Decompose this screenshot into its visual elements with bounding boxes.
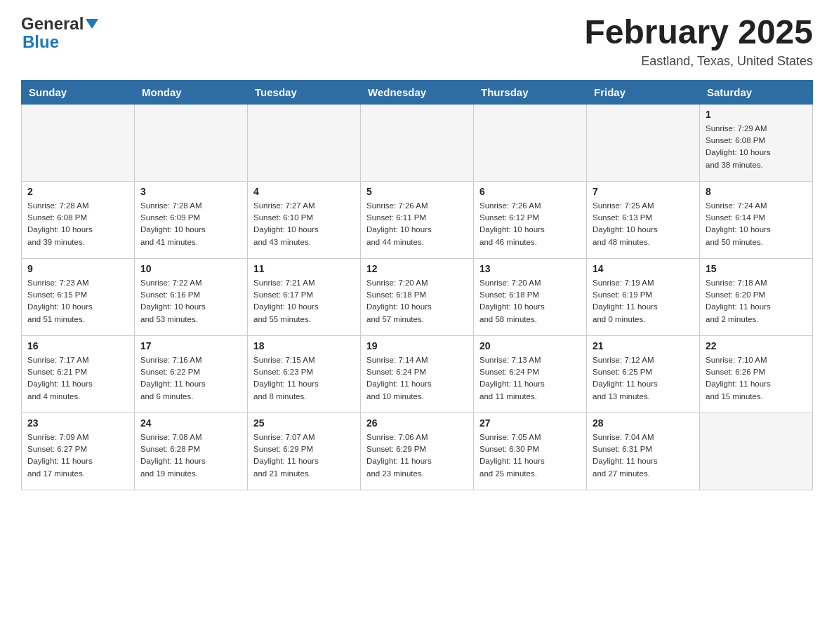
day-number: 26 <box>366 417 468 429</box>
day-info: Sunrise: 7:29 AM Sunset: 6:08 PM Dayligh… <box>706 123 807 171</box>
day-number: 8 <box>706 186 807 197</box>
calendar-cell <box>22 104 135 181</box>
day-number: 27 <box>479 417 581 429</box>
calendar-week-row: 9Sunrise: 7:23 AM Sunset: 6:15 PM Daylig… <box>22 258 813 335</box>
day-info: Sunrise: 7:21 AM Sunset: 6:17 PM Dayligh… <box>253 277 355 326</box>
calendar-cell: 6Sunrise: 7:26 AM Sunset: 6:12 PM Daylig… <box>474 181 587 258</box>
weekday-header-saturday: Saturday <box>700 80 813 104</box>
day-number: 6 <box>479 186 581 197</box>
calendar-cell: 2Sunrise: 7:28 AM Sunset: 6:08 PM Daylig… <box>22 181 135 258</box>
day-number: 28 <box>593 417 694 429</box>
calendar-cell <box>248 104 361 181</box>
day-info: Sunrise: 7:04 AM Sunset: 6:31 PM Dayligh… <box>593 431 694 480</box>
calendar-cell: 18Sunrise: 7:15 AM Sunset: 6:23 PM Dayli… <box>248 335 361 412</box>
calendar-cell: 8Sunrise: 7:24 AM Sunset: 6:14 PM Daylig… <box>700 181 813 258</box>
weekday-header-monday: Monday <box>135 80 248 104</box>
day-number: 12 <box>366 263 468 274</box>
calendar-cell: 20Sunrise: 7:13 AM Sunset: 6:24 PM Dayli… <box>474 335 587 412</box>
day-number: 4 <box>253 186 355 197</box>
day-info: Sunrise: 7:13 AM Sunset: 6:24 PM Dayligh… <box>479 354 581 403</box>
day-number: 16 <box>27 340 128 351</box>
day-info: Sunrise: 7:10 AM Sunset: 6:26 PM Dayligh… <box>706 354 807 403</box>
weekday-header-friday: Friday <box>587 80 700 104</box>
weekday-header-wednesday: Wednesday <box>361 80 474 104</box>
day-number: 19 <box>366 340 468 351</box>
day-number: 14 <box>593 263 694 274</box>
logo-general-text: General <box>21 14 84 34</box>
day-info: Sunrise: 7:09 AM Sunset: 6:27 PM Dayligh… <box>27 431 128 480</box>
day-info: Sunrise: 7:07 AM Sunset: 6:29 PM Dayligh… <box>253 431 355 480</box>
day-number: 21 <box>593 340 694 351</box>
calendar-cell <box>700 412 813 490</box>
day-number: 10 <box>140 263 241 274</box>
day-info: Sunrise: 7:22 AM Sunset: 6:16 PM Dayligh… <box>140 277 241 326</box>
day-number: 22 <box>706 340 807 351</box>
day-info: Sunrise: 7:23 AM Sunset: 6:15 PM Dayligh… <box>27 277 128 326</box>
calendar-cell: 22Sunrise: 7:10 AM Sunset: 6:26 PM Dayli… <box>700 335 813 412</box>
day-info: Sunrise: 7:19 AM Sunset: 6:19 PM Dayligh… <box>593 277 694 326</box>
day-info: Sunrise: 7:05 AM Sunset: 6:30 PM Dayligh… <box>479 431 581 480</box>
calendar-cell: 24Sunrise: 7:08 AM Sunset: 6:28 PM Dayli… <box>135 412 248 490</box>
day-number: 1 <box>706 109 807 120</box>
calendar-cell: 15Sunrise: 7:18 AM Sunset: 6:20 PM Dayli… <box>700 258 813 335</box>
calendar-week-row: 16Sunrise: 7:17 AM Sunset: 6:21 PM Dayli… <box>22 335 813 412</box>
calendar-cell: 3Sunrise: 7:28 AM Sunset: 6:09 PM Daylig… <box>135 181 248 258</box>
logo-arrow-icon <box>86 19 98 29</box>
calendar-cell: 28Sunrise: 7:04 AM Sunset: 6:31 PM Dayli… <box>587 412 700 490</box>
calendar-cell <box>587 104 700 181</box>
calendar-cell <box>361 104 474 181</box>
day-info: Sunrise: 7:15 AM Sunset: 6:23 PM Dayligh… <box>253 354 355 403</box>
calendar-cell: 21Sunrise: 7:12 AM Sunset: 6:25 PM Dayli… <box>587 335 700 412</box>
day-info: Sunrise: 7:20 AM Sunset: 6:18 PM Dayligh… <box>366 277 468 326</box>
calendar-cell: 25Sunrise: 7:07 AM Sunset: 6:29 PM Dayli… <box>248 412 361 490</box>
day-info: Sunrise: 7:16 AM Sunset: 6:22 PM Dayligh… <box>140 354 241 403</box>
calendar-cell: 11Sunrise: 7:21 AM Sunset: 6:17 PM Dayli… <box>248 258 361 335</box>
calendar-cell <box>474 104 587 181</box>
calendar-cell: 7Sunrise: 7:25 AM Sunset: 6:13 PM Daylig… <box>587 181 700 258</box>
day-info: Sunrise: 7:06 AM Sunset: 6:29 PM Dayligh… <box>366 431 468 480</box>
calendar-cell: 13Sunrise: 7:20 AM Sunset: 6:18 PM Dayli… <box>474 258 587 335</box>
weekday-header-sunday: Sunday <box>22 80 135 104</box>
weekday-header-thursday: Thursday <box>474 80 587 104</box>
day-number: 20 <box>479 340 581 351</box>
month-title: February 2025 <box>584 14 813 51</box>
calendar-cell: 23Sunrise: 7:09 AM Sunset: 6:27 PM Dayli… <box>22 412 135 490</box>
day-info: Sunrise: 7:25 AM Sunset: 6:13 PM Dayligh… <box>593 200 694 248</box>
logo-line1: General <box>21 14 98 34</box>
calendar-cell: 10Sunrise: 7:22 AM Sunset: 6:16 PM Dayli… <box>135 258 248 335</box>
day-info: Sunrise: 7:26 AM Sunset: 6:11 PM Dayligh… <box>366 200 468 248</box>
weekday-header-row: SundayMondayTuesdayWednesdayThursdayFrid… <box>22 80 813 104</box>
day-number: 3 <box>140 186 241 197</box>
day-number: 13 <box>479 263 581 274</box>
day-info: Sunrise: 7:17 AM Sunset: 6:21 PM Dayligh… <box>27 354 128 403</box>
calendar-cell: 4Sunrise: 7:27 AM Sunset: 6:10 PM Daylig… <box>248 181 361 258</box>
logo: General Blue <box>21 14 98 52</box>
calendar-cell: 27Sunrise: 7:05 AM Sunset: 6:30 PM Dayli… <box>474 412 587 490</box>
day-number: 18 <box>253 340 355 351</box>
page-header: General Blue February 2025 Eastland, Tex… <box>21 14 813 69</box>
day-number: 15 <box>706 263 807 274</box>
calendar-cell: 19Sunrise: 7:14 AM Sunset: 6:24 PM Dayli… <box>361 335 474 412</box>
weekday-header-tuesday: Tuesday <box>248 80 361 104</box>
calendar-cell: 17Sunrise: 7:16 AM Sunset: 6:22 PM Dayli… <box>135 335 248 412</box>
calendar-cell: 1Sunrise: 7:29 AM Sunset: 6:08 PM Daylig… <box>700 104 813 181</box>
calendar-cell: 26Sunrise: 7:06 AM Sunset: 6:29 PM Dayli… <box>361 412 474 490</box>
day-info: Sunrise: 7:26 AM Sunset: 6:12 PM Dayligh… <box>479 200 581 248</box>
day-number: 9 <box>27 263 128 274</box>
day-info: Sunrise: 7:28 AM Sunset: 6:09 PM Dayligh… <box>140 200 241 248</box>
calendar-cell: 9Sunrise: 7:23 AM Sunset: 6:15 PM Daylig… <box>22 258 135 335</box>
title-block: February 2025 Eastland, Texas, United St… <box>584 14 813 69</box>
calendar-cell <box>135 104 248 181</box>
calendar-cell: 14Sunrise: 7:19 AM Sunset: 6:19 PM Dayli… <box>587 258 700 335</box>
day-info: Sunrise: 7:08 AM Sunset: 6:28 PM Dayligh… <box>140 431 241 480</box>
calendar-cell: 12Sunrise: 7:20 AM Sunset: 6:18 PM Dayli… <box>361 258 474 335</box>
day-number: 24 <box>140 417 241 429</box>
calendar-cell: 16Sunrise: 7:17 AM Sunset: 6:21 PM Dayli… <box>22 335 135 412</box>
day-number: 7 <box>593 186 694 197</box>
calendar-week-row: 23Sunrise: 7:09 AM Sunset: 6:27 PM Dayli… <box>22 412 813 490</box>
logo-blue-text: Blue <box>22 32 59 52</box>
day-number: 5 <box>366 186 468 197</box>
day-info: Sunrise: 7:12 AM Sunset: 6:25 PM Dayligh… <box>593 354 694 403</box>
day-info: Sunrise: 7:20 AM Sunset: 6:18 PM Dayligh… <box>479 277 581 326</box>
calendar-week-row: 2Sunrise: 7:28 AM Sunset: 6:08 PM Daylig… <box>22 181 813 258</box>
